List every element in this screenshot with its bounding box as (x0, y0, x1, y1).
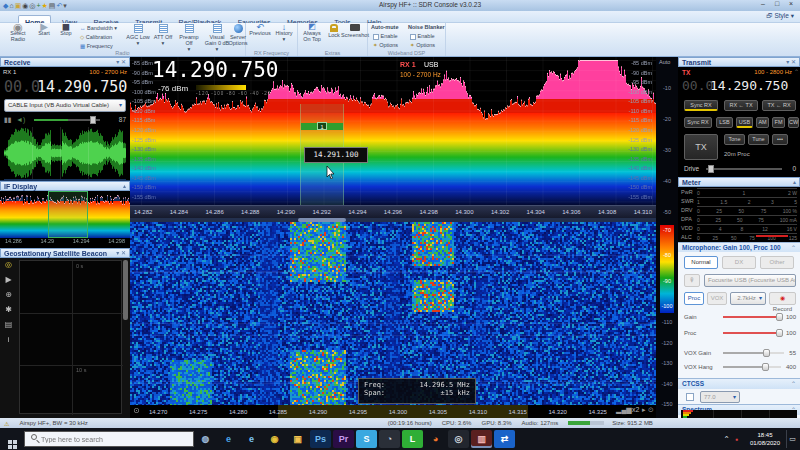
gain-slider[interactable] (723, 316, 781, 318)
drive-slider-handle[interactable] (708, 165, 714, 173)
close-panel-icon[interactable]: ✕ (121, 59, 126, 65)
if-display-header[interactable]: IF Display▴ (0, 181, 130, 191)
ctcss-tone-select[interactable]: 77.0▾ (700, 391, 740, 403)
photoshop-icon[interactable]: Ps (310, 430, 331, 448)
dropdown-arrow-icon[interactable]: ▾ (733, 392, 736, 403)
beacon-play-icon[interactable]: ▶ (5, 275, 11, 284)
tx-button[interactable]: TX (684, 134, 718, 160)
calibration-button[interactable]: ◇ Calibration (80, 34, 112, 40)
beacon-globe-icon[interactable]: ⊕ (5, 290, 12, 299)
explorer-icon[interactable]: ▣ (287, 430, 308, 448)
quick-access-toolbar[interactable]: ◆⌂▣◉◎+★▤↶▾ (3, 0, 68, 11)
beacon-plot[interactable]: 0 s 10 s (19, 260, 122, 414)
sync-rx-mode-button[interactable]: Sync RX (684, 117, 712, 128)
more-button[interactable]: ••• (772, 134, 788, 145)
speaker-icon[interactable]: ◄) (16, 116, 25, 123)
taskbar-icons[interactable]: ◍ee◉▣PsPrS◔L◕◎▥⇄ (194, 430, 516, 448)
tx-from-rx-button[interactable]: TX ← RX (762, 100, 796, 111)
close-panel-icon[interactable]: ✕ (791, 59, 796, 65)
proc-button[interactable]: Proc (684, 292, 704, 305)
obs-icon[interactable]: ◎ (448, 430, 469, 448)
beacon-info-icon[interactable]: i (8, 335, 10, 344)
waterfall-frequency-ruler[interactable]: 14.27014.27514.28014.28514.29014.29514.3… (143, 405, 613, 418)
app-icon[interactable]: ◆ (3, 0, 8, 11)
scale-auto-label[interactable]: Auto (659, 59, 670, 65)
mic-icon[interactable]: 🎙 (684, 274, 700, 287)
style-selector[interactable]: Style ▾ (774, 12, 794, 19)
audio-mute-icon[interactable]: ▮▮ (4, 116, 12, 124)
noise-blanker-options[interactable]: ✦ Options (410, 42, 435, 48)
sync-rx-button[interactable]: Sync RX (684, 100, 718, 111)
filter-bandwidth-bar[interactable]: 1 (301, 123, 343, 130)
noise-blanker-enable[interactable]: Enable (410, 33, 435, 40)
steam-icon[interactable]: ◔ (379, 430, 400, 448)
record-button[interactable]: ◉ Record (769, 292, 796, 305)
favourite-icon[interactable]: ★ (42, 0, 48, 11)
agc-button[interactable]: AGC Low▾ (126, 24, 150, 46)
auto-mute-enable[interactable]: Enable (373, 33, 398, 40)
mic-preset-dx[interactable]: DX (722, 256, 756, 269)
preamp-button[interactable]: Preamp Off▾ (176, 24, 202, 52)
bandwidth-select[interactable]: 2.7kHz▾ (730, 292, 766, 305)
select-radio-button[interactable]: ◉Select Radio (4, 24, 32, 42)
edge-icon[interactable]: e (218, 430, 239, 448)
scroll-up-icon[interactable]: ⌃ (794, 68, 799, 75)
checkbox-icon[interactable] (410, 34, 416, 40)
record-icon[interactable]: ◉ (22, 0, 28, 11)
rx-from-tx-button[interactable]: RX ← TX (724, 100, 758, 111)
screenshot-button[interactable]: Screenshot (344, 24, 366, 38)
att-button[interactable]: ATT Off▾ (152, 24, 174, 46)
tone-button[interactable]: Tone (724, 134, 745, 145)
dropdown-arrow-icon[interactable]: ▾ (119, 100, 122, 111)
mode-fm-button[interactable]: FM (772, 117, 785, 128)
waterfall-left-icon[interactable]: ⊙ (133, 406, 140, 415)
beacon-toolbar[interactable]: ◎▶⊕✱▤i (1, 260, 16, 344)
close-button[interactable]: × (784, 0, 798, 7)
collapse-icon[interactable]: ▾ (786, 59, 789, 65)
beacon-settings-icon[interactable]: ✱ (5, 305, 12, 314)
history-button[interactable]: ↓History▾ (274, 24, 294, 42)
slider-handle[interactable] (776, 329, 783, 337)
stop-record-icon[interactable]: ◎ (29, 0, 35, 11)
waterfall-right-icon[interactable]: ⊙ (648, 406, 654, 414)
always-on-top-button[interactable]: ◩Always On Top (300, 24, 324, 42)
waterfall-scale-strip[interactable]: Auto -10-20-30-40-50 -70-80-90-100 -110-… (656, 57, 678, 418)
sdr-console-icon[interactable]: ▥ (471, 430, 492, 448)
cortana-icon[interactable]: ◍ (195, 430, 216, 448)
checkbox-icon[interactable] (373, 34, 379, 40)
bandwidth-button[interactable]: ↔ Bandwidth ▾ (80, 25, 117, 31)
vox-gain-slider[interactable] (723, 352, 784, 354)
receive-panel-header[interactable]: Receive▾ ✕ (0, 57, 130, 67)
notification-center-icon[interactable]: ▭ (786, 430, 798, 448)
home-icon[interactable]: ⌂ (9, 0, 13, 11)
maximize-button[interactable]: □ (770, 0, 784, 7)
window-layout-icon[interactable]: 🗗 (766, 12, 773, 19)
waterfall-pan-icon[interactable]: ▸ (642, 406, 646, 414)
if-tuning-region[interactable] (48, 191, 88, 238)
collapse-icon[interactable]: ⌃ (791, 379, 796, 389)
dropdown-arrow-icon[interactable]: ▾ (759, 293, 762, 304)
mic-device-select[interactable]: Focusrite USB (Focusrite USB Audio)▾ (704, 274, 796, 287)
stop-button[interactable]: ◼Stop (56, 24, 76, 36)
drive-slider[interactable] (706, 168, 782, 170)
slider-handle[interactable] (762, 363, 769, 371)
start-button[interactable] (0, 430, 24, 449)
skype-icon[interactable]: S (356, 430, 377, 448)
minimize-button[interactable]: – (756, 0, 770, 7)
previous-frequency-button[interactable]: ↶Previous (248, 24, 272, 36)
mode-am-button[interactable]: AM (756, 117, 769, 128)
collapse-icon[interactable]: ▴ (123, 183, 126, 189)
chrome-icon[interactable]: ◉ (264, 430, 285, 448)
slider-handle[interactable] (763, 349, 770, 357)
beacon-save-icon[interactable]: ▤ (5, 320, 13, 329)
teamviewer-icon[interactable]: ⇄ (494, 430, 515, 448)
proc-slider[interactable] (723, 332, 781, 334)
tray-chevron-icon[interactable]: ⌃ (723, 435, 730, 444)
waterfall-zoom-label[interactable]: x2 (632, 406, 639, 413)
spectrum-frequency[interactable]: 14.290.750 (152, 58, 278, 82)
premiere-icon[interactable]: Pr (333, 430, 354, 448)
start-button[interactable]: ▶Start (34, 24, 54, 36)
line-icon[interactable]: L (402, 430, 423, 448)
frequency-button[interactable]: ▦ Frequency (80, 43, 113, 49)
spectrum-frequency-ruler[interactable]: 14.28214.28414.28614.28814.29014.29214.2… (130, 205, 656, 218)
